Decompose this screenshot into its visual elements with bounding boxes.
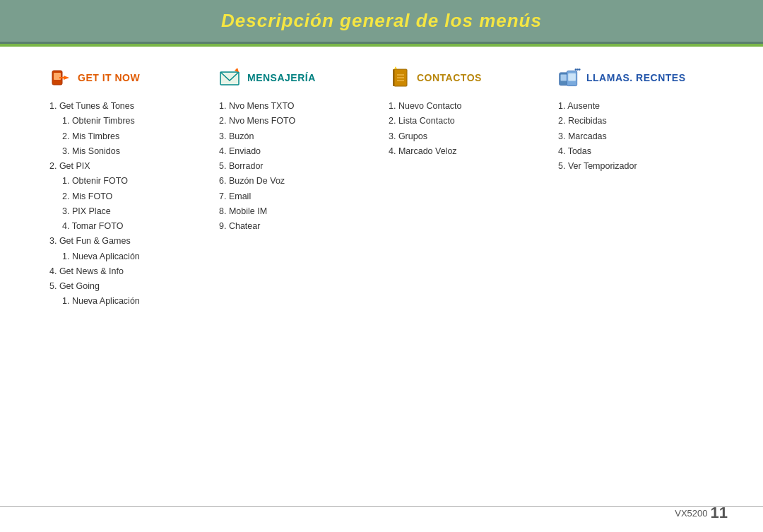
footer-model: VX5200 (675, 508, 707, 519)
list-item: 5. Borrador (219, 159, 374, 174)
svg-rect-1 (54, 73, 61, 80)
section-llamadas: LLAMAS. RECNTES 1. Ausente 2. Recibidas … (551, 66, 721, 174)
list-item: 2. Get PIX (49, 159, 205, 174)
svg-point-15 (575, 69, 577, 71)
svg-marker-10 (394, 66, 397, 69)
menu-list-llamadas: 1. Ausente 2. Recibidas 3. Marcadas 4. T… (558, 99, 714, 174)
list-item: 2. Recibidas (558, 114, 714, 129)
mensajeria-svg-icon (219, 66, 242, 89)
footer: VX5200 11 (675, 504, 728, 522)
section-title-llamadas: LLAMAS. RECNTES (586, 72, 686, 83)
llamadas-svg-icon (558, 66, 581, 89)
list-item: 3. Buzón (219, 129, 374, 144)
footer-page: 11 (711, 504, 728, 522)
list-item: 1. Nuevo Contacto (389, 99, 544, 114)
main-content: GET IT NOW 1. Get Tunes & Tones 1. Obten… (0, 47, 763, 309)
list-item: 1. Nueva Aplicación (49, 294, 205, 309)
llamadas-icon (558, 66, 581, 89)
menu-list-contactos: 1. Nuevo Contacto 2. Lista Contacto 3. G… (389, 99, 544, 159)
section-mensajeria: MENSAJERÍA 1. Nvo Mens TXTO 2. Nvo Mens … (212, 66, 382, 234)
section-title-contactos: CONTACTOS (417, 72, 482, 83)
list-item: 5. Ver Temporizador (558, 159, 714, 174)
list-item: 3. Mis Sonidos (49, 144, 205, 159)
list-item: 3. Marcadas (558, 129, 714, 144)
list-item: 1. Obtenir Timbres (49, 114, 205, 129)
list-item: 2. Nvo Mens FOTO (219, 114, 374, 129)
svg-point-16 (576, 69, 579, 71)
section-title-get-it-now: GET IT NOW (78, 72, 140, 83)
menu-list-get-it-now: 1. Get Tunes & Tones 1. Obtenir Timbres … (49, 99, 205, 309)
list-item: 4. Enviado (219, 144, 374, 159)
list-item: 1. Obtenir FOTO (49, 174, 205, 189)
section-get-it-now: GET IT NOW 1. Get Tunes & Tones 1. Obten… (42, 66, 212, 309)
menu-list-mensajeria: 1. Nvo Mens TXTO 2. Nvo Mens FOTO 3. Buz… (219, 99, 374, 234)
svg-point-17 (579, 69, 581, 71)
list-item: 1. Ausente (558, 99, 714, 114)
svg-rect-14 (568, 73, 576, 81)
list-item: 1. Get Tunes & Tones (49, 99, 205, 114)
list-item: 4. Tomar FOTO (49, 219, 205, 234)
list-item: 8. Mobile IM (219, 204, 374, 219)
list-item: 4. Get News & Info (49, 264, 205, 279)
section-header-get-it-now: GET IT NOW (49, 66, 205, 89)
get-it-now-svg-icon (49, 66, 72, 89)
list-item: 4. Marcado Veloz (389, 144, 544, 159)
bottom-divider (0, 506, 763, 507)
section-title-mensajeria: MENSAJERÍA (247, 72, 316, 83)
mensajeria-icon (219, 66, 242, 89)
header-bar: Descripción general de los menús (0, 0, 763, 44)
section-header-contactos: CONTACTOS (389, 66, 544, 89)
list-item: 2. Mis Timbres (49, 129, 205, 144)
section-header-mensajeria: MENSAJERÍA (219, 66, 374, 89)
list-item: 9. Chatear (219, 219, 374, 234)
list-item: 3. Grupos (389, 129, 544, 144)
get-it-now-icon (49, 66, 72, 89)
list-item: 3. Get Fun & Games (49, 234, 205, 249)
list-item: 5. Get Going (49, 279, 205, 294)
list-item: 4. Todas (558, 144, 714, 159)
section-contactos: CONTACTOS 1. Nuevo Contacto 2. Lista Con… (382, 66, 551, 159)
list-item: 1. Nvo Mens TXTO (219, 99, 374, 114)
contactos-icon (389, 66, 411, 89)
list-item: 6. Buzón De Voz (219, 174, 374, 189)
list-item: 2. Mis FOTO (49, 189, 205, 204)
svg-rect-12 (561, 75, 567, 81)
list-item: 7. Email (219, 189, 374, 204)
section-header-llamadas: LLAMAS. RECNTES (558, 66, 714, 89)
list-item: 2. Lista Contacto (389, 114, 544, 129)
contactos-svg-icon (389, 66, 411, 89)
list-item: 1. Nueva Aplicación (49, 249, 205, 264)
list-item: 3. PIX Place (49, 204, 205, 219)
page-title: Descripción general de los menús (221, 10, 542, 31)
svg-marker-4 (235, 68, 239, 72)
